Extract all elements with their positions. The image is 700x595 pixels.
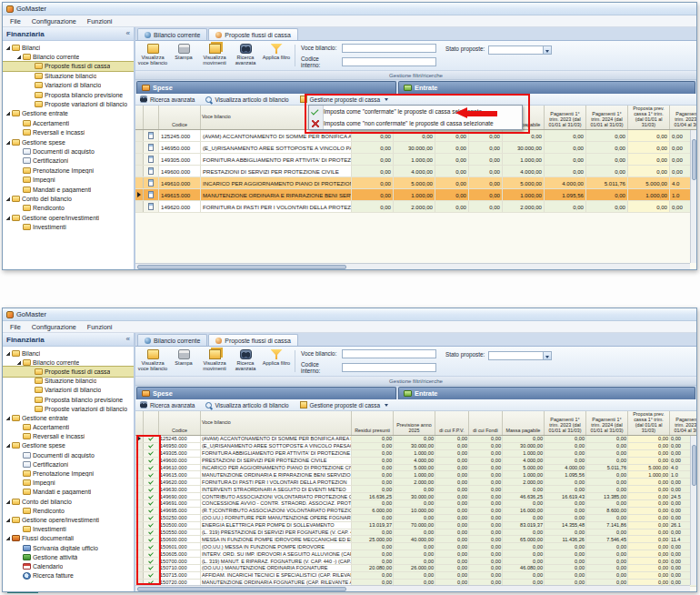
- row-status-cell[interactable]: [144, 522, 159, 529]
- codice-interno-input[interactable]: [342, 363, 436, 372]
- menubar-item[interactable]: File: [5, 323, 26, 331]
- gestione-proposte-dropdown-button[interactable]: Gestione proposte di cassa: [300, 401, 388, 408]
- tree-item[interactable]: Investimenti: [3, 525, 134, 534]
- document-tab[interactable]: Bilancio corrente: [137, 334, 207, 346]
- tree-item[interactable]: Accertamenti: [3, 423, 134, 432]
- table-row[interactable]: 146950.000 (E_U)RISANAMENTO AREE SOTTOPO…: [135, 443, 696, 450]
- tree-item[interactable]: Proposte variazioni di bilancio: [3, 404, 134, 413]
- row-status-cell[interactable]: [144, 479, 159, 485]
- horizontal-scrollbar[interactable]: [135, 585, 690, 591]
- stato-proposte-select[interactable]: [488, 351, 552, 360]
- tree-item[interactable]: Calendario: [3, 561, 134, 570]
- toolbar-button[interactable]: Visualizza voce bilancio: [137, 42, 168, 69]
- tree-item[interactable]: Prenotazione Impegni: [3, 469, 134, 478]
- tree-expander-icon[interactable]: [5, 216, 10, 220]
- table-row[interactable]: 150500.000 ENERGIA ELETTRICA PER POMPE D…: [135, 522, 696, 529]
- scrollbar-thumb[interactable]: [692, 445, 696, 486]
- table-row[interactable]: 149691.000 CONCESSIONE AVVIO - CONTR. ST…: [135, 500, 696, 508]
- scrollbar-thumb[interactable]: [137, 265, 346, 269]
- tree-item[interactable]: Bilanci: [3, 348, 134, 358]
- table-row[interactable]: 149620.000 FORNITURA DI PASTI PER I VOLO…: [135, 479, 696, 486]
- chevron-down-icon[interactable]: [543, 46, 551, 54]
- tree-item[interactable]: Gestione spese: [3, 137, 134, 146]
- table-row[interactable]: 149305.000 FORNITURA ABBIGLIAMENTO PER A…: [135, 154, 696, 166]
- tree-item[interactable]: Conto del bilancio: [3, 497, 134, 506]
- tree-expander-icon[interactable]: [5, 140, 10, 145]
- tree-item[interactable]: Gestione attività: [3, 552, 134, 561]
- table-row[interactable]: 150250.000 (OO.UU.) FORNITURE PER MANUTE…: [135, 515, 696, 522]
- column-header-fondi[interactable]: di cui Fondi: [469, 411, 503, 435]
- tree-item[interactable]: Ricerca fatture: [3, 571, 134, 580]
- table-row[interactable]: 149695.000 (R.T.)CONTRIBUTO ASSOCIAZIONI…: [135, 508, 696, 515]
- table-row[interactable]: 149615.000 MANUTENZIONE ORDINARIA E RIPA…: [135, 471, 696, 479]
- document-tab[interactable]: Proposte flussi di cassa: [208, 334, 297, 346]
- tree-item[interactable]: Flussi documentali: [3, 534, 134, 543]
- tree-item[interactable]: Variazioni di bilancio: [3, 386, 134, 395]
- row-status-cell[interactable]: [144, 166, 159, 176]
- menubar-item[interactable]: Funzioni: [82, 323, 118, 331]
- ricerca-avanzata-button[interactable]: Ricerca avanzata: [140, 401, 195, 408]
- tree-item[interactable]: Accertamenti: [3, 118, 134, 127]
- column-header-residui[interactable]: Residui presunti: [352, 411, 394, 435]
- table-row[interactable]: 150715.000 AFFIDAM. INCARICHI TECNICI E …: [135, 572, 696, 580]
- column-header-pagamenti-2-2023[interactable]: Pagamenti 2° trim. 2023 (dal 01/04 al 30…: [670, 106, 696, 129]
- column-header-codice[interactable]: Codice: [159, 106, 201, 129]
- horizontal-scrollbar[interactable]: [135, 263, 690, 269]
- scrollbar-thumb[interactable]: [692, 139, 696, 180]
- row-status-cell[interactable]: [144, 130, 159, 141]
- tree-item[interactable]: Reversali e incassi: [3, 432, 134, 441]
- window-titlebar[interactable]: GoMaster: [3, 3, 696, 15]
- window-titlebar[interactable]: GoMaster: [3, 308, 696, 321]
- ricerca-avanzata-button[interactable]: Ricerca avanzata: [140, 96, 195, 103]
- column-header-massa-pagabile[interactable]: Massa pagabile: [503, 411, 545, 435]
- row-status-cell[interactable]: [144, 493, 159, 499]
- menubar-item[interactable]: Configurazione: [26, 17, 82, 25]
- tree-item[interactable]: Proposta bilancio previsione: [3, 90, 134, 99]
- tree-expander-icon[interactable]: [5, 536, 10, 540]
- tree-item[interactable]: Bilancio corrente: [3, 52, 134, 61]
- filters-collapse-bar[interactable]: Gestione filtri/ricerche: [135, 377, 696, 386]
- tree-item[interactable]: Documenti di acquisto: [3, 450, 134, 459]
- row-status-cell[interactable]: [144, 201, 159, 212]
- vertical-scrollbar[interactable]: [690, 130, 696, 263]
- voce-bilancio-input[interactable]: [342, 349, 436, 358]
- tree-item[interactable]: Documenti di acquisto: [3, 146, 134, 156]
- row-status-cell[interactable]: [144, 450, 159, 457]
- table-row[interactable]: 150605.000 INTERV. ORD. SU IMP. IDROVORI…: [135, 550, 696, 558]
- tree-item[interactable]: Prenotazione Impegni: [3, 166, 134, 175]
- column-header-pagamenti-1-2023[interactable]: Pagamenti 1° trim. 2023 (dal 01/01 al 31…: [545, 106, 586, 129]
- tree-item[interactable]: Scrivania digitale ufficio: [3, 543, 134, 552]
- table-row[interactable]: 150550.000 (L. 319) PRESTAZIONE DI SERVI…: [135, 529, 696, 537]
- column-header-fpv[interactable]: di cui F.P.V.: [435, 411, 469, 435]
- row-status-cell[interactable]: [144, 515, 159, 521]
- row-status-cell[interactable]: [144, 558, 159, 564]
- row-status-cell[interactable]: [144, 436, 159, 442]
- tree-expander-icon[interactable]: [5, 416, 10, 420]
- menubar-item[interactable]: File: [5, 17, 26, 25]
- tree-item[interactable]: Impegni: [3, 175, 134, 184]
- row-status-cell[interactable]: [144, 536, 159, 542]
- column-header-proposta-cassa[interactable]: Proposta prev. cassa 1° trim. (dal 01/01…: [628, 106, 670, 129]
- column-header-proposta-cassa[interactable]: Proposta prev. cassa 1° trim. (dal 01/01…: [628, 411, 670, 435]
- row-status-cell[interactable]: [144, 458, 159, 464]
- table-row[interactable]: 125245.000 (AVAM) ACCANTONAMENTO DI SOMM…: [135, 130, 696, 142]
- toolbar-button[interactable]: Ricerca avanzata: [230, 348, 261, 375]
- tree-expander-icon[interactable]: [5, 499, 10, 504]
- tree-expander-icon[interactable]: [5, 197, 10, 201]
- entrate-panel-header[interactable]: Entrate: [398, 81, 695, 94]
- tree-item[interactable]: Certificazioni: [3, 459, 134, 469]
- tree-item[interactable]: Proposte flussi di cassa: [3, 367, 134, 376]
- sidebar-collapse-icon[interactable]: «: [126, 30, 130, 37]
- spese-panel-header[interactable]: Spese: [136, 81, 396, 94]
- table-row[interactable]: 149615.000 MANUTENZIONE ORDINARIA E RIPA…: [135, 189, 696, 201]
- table-row[interactable]: 125245.000 (AVAM) ACCANTONAMENTO DI SOMM…: [135, 436, 696, 443]
- row-status-cell[interactable]: [144, 177, 159, 188]
- tree-item[interactable]: Bilanci: [3, 43, 134, 52]
- table-row[interactable]: 150700.000 (L. 319) MANUT. E RIPARAZ. FO…: [135, 558, 696, 565]
- toolbar-button[interactable]: Applica filtro: [261, 348, 292, 375]
- table-row[interactable]: 149620.000 FORNITURA DI PASTI PER I VOLO…: [135, 201, 696, 213]
- tree-item[interactable]: Reversali e incassi: [3, 128, 134, 137]
- row-status-cell[interactable]: [144, 572, 159, 579]
- row-status-cell[interactable]: [144, 142, 159, 153]
- toolbar-button[interactable]: Stampa: [168, 348, 199, 375]
